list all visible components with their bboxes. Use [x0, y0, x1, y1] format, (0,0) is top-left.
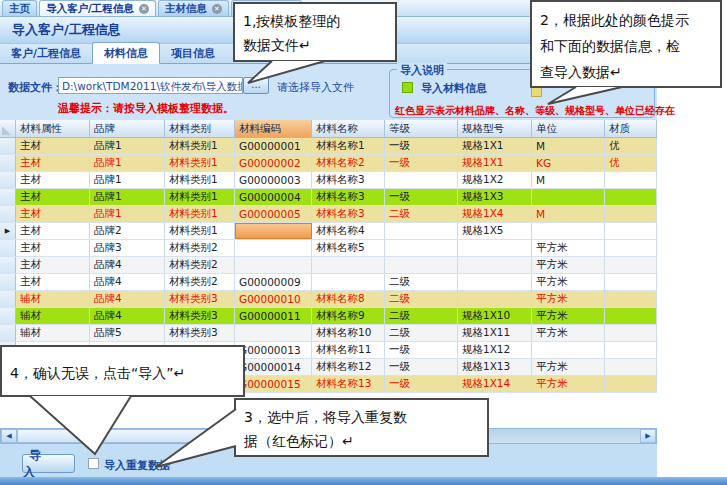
sub-tab-0[interactable]: 客户/工程信息 — [0, 43, 92, 63]
grid-corner-cell[interactable] — [0, 120, 16, 137]
grid-cell[interactable]: 材料类别1 — [165, 172, 235, 188]
grid-cell[interactable]: 材料类别2 — [165, 274, 235, 290]
column-header-7[interactable]: 单位 — [532, 120, 605, 137]
grid-cell[interactable]: 品牌4 — [90, 291, 165, 307]
grid-cell[interactable] — [605, 308, 657, 324]
grid-cell[interactable]: 材料类别1 — [165, 223, 235, 239]
table-row[interactable]: 辅材品牌4材料类别3G00000010材料名称8二级平方米 — [0, 291, 657, 308]
table-row[interactable]: 主材品牌1材料类别1G00000004材料名称3一级规格1X3 — [0, 189, 657, 206]
grid-cell[interactable]: 材料类别1 — [165, 189, 235, 205]
grid-cell[interactable]: G00000011 — [235, 308, 312, 324]
sub-tab-2[interactable]: 项目信息 — [160, 43, 226, 63]
column-header-0[interactable]: 材料属性 — [16, 120, 90, 137]
grid-cell[interactable]: 材料名称5 — [312, 240, 385, 256]
grid-cell[interactable]: 优 — [605, 138, 657, 154]
grid-cell[interactable]: 品牌1 — [90, 189, 165, 205]
grid-cell[interactable]: 平方米 — [532, 274, 605, 290]
row-indicator[interactable] — [0, 189, 16, 205]
table-row[interactable]: 辅材品牌5材料类别3材料名称10二级规格1X11平方米 — [0, 325, 657, 342]
row-indicator[interactable] — [0, 274, 16, 290]
grid-cell[interactable]: 规格1X1 — [458, 138, 532, 154]
grid-cell[interactable]: 材料类别3 — [165, 291, 235, 307]
table-row[interactable]: 主材品牌1材料类别1G00000005材料名称3二级规格1X4M — [0, 206, 657, 223]
grid-cell[interactable] — [605, 274, 657, 290]
grid-cell[interactable]: 一级 — [385, 376, 458, 392]
row-indicator[interactable] — [0, 240, 16, 256]
column-header-6[interactable]: 规格型号 — [458, 120, 532, 137]
row-indicator[interactable] — [0, 155, 16, 171]
row-indicator[interactable] — [0, 138, 16, 154]
close-icon[interactable]: ✕ — [139, 4, 149, 14]
table-row[interactable]: 主材品牌1材料类别1G00000003材料名称3规格1X2M — [0, 172, 657, 189]
grid-cell[interactable] — [532, 342, 605, 358]
grid-cell[interactable]: 品牌3 — [90, 240, 165, 256]
grid-cell[interactable] — [605, 206, 657, 222]
table-row[interactable]: ▶主材品牌2材料类别1材料名称4规格1X5 — [0, 223, 657, 240]
grid-cell[interactable]: 规格1X5 — [458, 223, 532, 239]
grid-cell[interactable] — [605, 257, 657, 273]
grid-cell[interactable]: 品牌1 — [90, 155, 165, 171]
grid-cell[interactable] — [385, 240, 458, 256]
grid-cell[interactable] — [235, 325, 312, 341]
grid-cell[interactable]: 规格1X14 — [458, 376, 532, 392]
main-tab-1[interactable]: 导入客户/工程信息✕ — [39, 0, 156, 16]
grid-cell[interactable]: 品牌5 — [90, 325, 165, 341]
grid-cell[interactable]: 主材 — [16, 189, 90, 205]
grid-cell[interactable]: M — [532, 138, 605, 154]
grid-cell[interactable]: 材料类别1 — [165, 138, 235, 154]
grid-cell[interactable]: M — [532, 206, 605, 222]
grid-cell[interactable]: G00000014 — [235, 359, 312, 375]
row-indicator[interactable] — [0, 172, 16, 188]
grid-cell[interactable]: G00000003 — [235, 172, 312, 188]
grid-cell[interactable] — [458, 257, 532, 273]
grid-cell[interactable] — [235, 223, 312, 239]
grid-cell[interactable]: 平方米 — [532, 308, 605, 324]
grid-cell[interactable]: 二级 — [385, 291, 458, 307]
grid-cell[interactable] — [235, 257, 312, 273]
table-row[interactable]: 主材品牌4材料类别2平方米 — [0, 257, 657, 274]
grid-cell[interactable] — [605, 189, 657, 205]
column-header-3[interactable]: 材料编码 — [235, 120, 312, 137]
grid-cell[interactable]: 材料名称13 — [312, 376, 385, 392]
grid-cell[interactable]: 规格1X3 — [458, 189, 532, 205]
grid-cell[interactable]: 材料类别2 — [165, 240, 235, 256]
grid-cell[interactable] — [312, 257, 385, 273]
grid-cell[interactable]: G00000001 — [235, 138, 312, 154]
grid-cell[interactable]: G00000005 — [235, 206, 312, 222]
grid-cell[interactable]: 平方米 — [532, 325, 605, 341]
grid-cell[interactable]: G00000009 — [235, 274, 312, 290]
main-tab-2[interactable]: 主材信息✕ — [158, 0, 229, 16]
grid-cell[interactable]: 品牌4 — [90, 274, 165, 290]
row-indicator[interactable] — [0, 206, 16, 222]
grid-cell[interactable]: 材料名称12 — [312, 359, 385, 375]
column-header-8[interactable]: 材质 — [605, 120, 657, 137]
grid-cell[interactable]: 主材 — [16, 257, 90, 273]
sub-tab-1[interactable]: 材料信息 — [92, 42, 160, 64]
grid-cell[interactable] — [532, 223, 605, 239]
grid-cell[interactable] — [605, 342, 657, 358]
grid-cell[interactable]: 平方米 — [532, 291, 605, 307]
grid-cell[interactable]: 材料名称2 — [312, 155, 385, 171]
grid-cell[interactable] — [605, 240, 657, 256]
grid-cell[interactable]: 平方米 — [532, 240, 605, 256]
grid-cell[interactable] — [605, 223, 657, 239]
grid-cell[interactable]: 材料名称3 — [312, 172, 385, 188]
grid-cell[interactable]: 材料名称3 — [312, 206, 385, 222]
grid-cell[interactable]: 材料类别1 — [165, 155, 235, 171]
grid-cell[interactable]: 平方米 — [532, 359, 605, 375]
grid-cell[interactable] — [605, 376, 657, 392]
row-indicator[interactable] — [0, 325, 16, 341]
close-icon[interactable]: ✕ — [212, 4, 222, 14]
grid-cell[interactable]: 一级 — [385, 342, 458, 358]
grid-cell[interactable] — [458, 274, 532, 290]
grid-cell[interactable] — [235, 240, 312, 256]
grid-cell[interactable] — [458, 240, 532, 256]
grid-cell[interactable]: 二级 — [385, 206, 458, 222]
grid-cell[interactable]: 材料名称3 — [312, 189, 385, 205]
column-header-4[interactable]: 材料名称 — [312, 120, 385, 137]
grid-cell[interactable]: 优 — [605, 155, 657, 171]
grid-cell[interactable]: 规格1X1 — [458, 155, 532, 171]
grid-cell[interactable]: 规格1X4 — [458, 206, 532, 222]
table-row[interactable]: 主材品牌1材料类别1G00000002材料名称2一级规格1X1KG优 — [0, 155, 657, 172]
import-button[interactable]: 导 入 — [22, 454, 75, 473]
